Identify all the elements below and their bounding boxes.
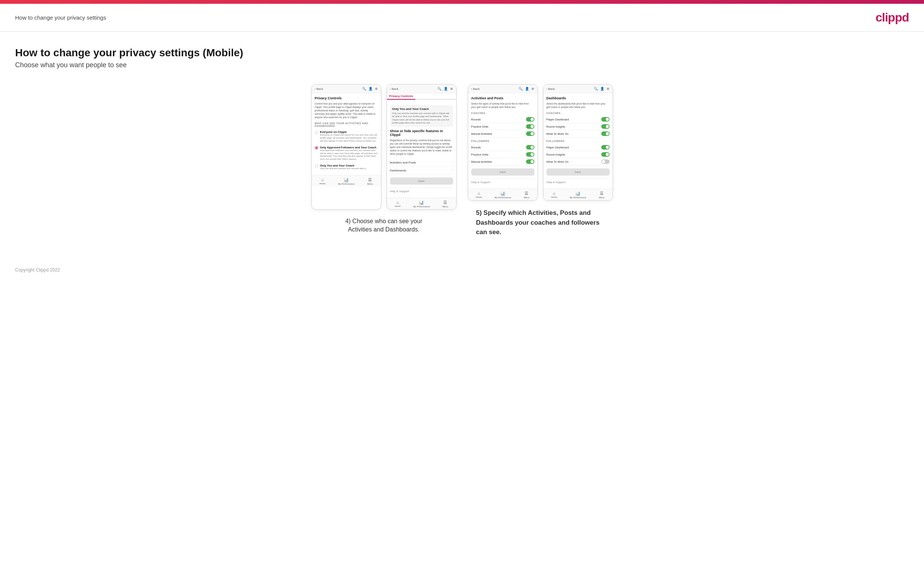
phone-nav-bar-4: ‹ Back 🔍 👤 ⊕ xyxy=(543,85,612,93)
home-icon-4: ⌂ xyxy=(553,191,556,196)
footer-home-label: Home xyxy=(319,182,325,185)
dashboards-desc: Select the dashboards that you'd like to… xyxy=(546,102,610,109)
footer-home-2[interactable]: ⌂ Home xyxy=(394,200,401,208)
screenshots-row: ‹ Back 🔍 👤 ⊕ Privacy Controls Control ho… xyxy=(15,84,909,237)
screenshot-group-2: ‹ Back 🔍 👤 ⊕ Activities and Posts Select… xyxy=(468,84,613,237)
nav-icons-4: 🔍 👤 ⊕ xyxy=(594,87,610,90)
coaches-label-2: COACHES xyxy=(546,112,610,114)
more-icon-3[interactable]: ⊕ xyxy=(531,87,535,90)
person-icon-2[interactable]: 👤 xyxy=(444,87,448,90)
followers-round-insights-label: Round Insights xyxy=(546,153,565,156)
footer-menu-label-3: Menu xyxy=(524,197,530,198)
footer-performance-2[interactable]: 📊 My Performance xyxy=(413,200,430,208)
phone-nav-bar-2: ‹ Back 🔍 👤 ⊕ xyxy=(387,85,456,93)
radio-approved[interactable] xyxy=(315,146,318,150)
caption-1: 4) Choose who can see your Activities an… xyxy=(339,217,429,234)
radio-everyone[interactable] xyxy=(315,131,318,134)
coaches-round-insights-row: Round Insights xyxy=(546,123,610,130)
show-hide-title: Show or hide specific features in Clippd xyxy=(390,129,453,137)
menu-icon-2: ☰ xyxy=(443,200,447,205)
search-icon-2[interactable]: 🔍 xyxy=(437,87,441,90)
dashboards-link[interactable]: Dashboards › xyxy=(390,166,453,174)
search-icon-3[interactable]: 🔍 xyxy=(519,87,523,90)
radio-row-approved[interactable]: Only Approved Followers and Your Coach O… xyxy=(315,144,378,162)
radio-row-only-you[interactable]: Only You and Your Coach Only you and the… xyxy=(315,162,378,172)
search-icon[interactable]: 🔍 xyxy=(362,87,366,90)
tab-privacy-controls[interactable]: Privacy Controls xyxy=(387,93,416,100)
back-button-4[interactable]: ‹ Back xyxy=(546,87,555,90)
person-icon[interactable]: 👤 xyxy=(368,87,373,90)
phone-footer-3: ⌂ Home 📊 My Performance ☰ Menu xyxy=(468,189,537,200)
footer-performance-label-2: My Performance xyxy=(413,205,430,208)
help-support-3: Help & Support xyxy=(471,179,535,185)
clippd-logo: clippd xyxy=(876,11,909,24)
footer-home-label-2: Home xyxy=(394,205,401,207)
more-icon-4[interactable]: ⊕ xyxy=(607,87,610,90)
phone-activities-posts: ‹ Back 🔍 👤 ⊕ Activities and Posts Select… xyxy=(468,84,538,200)
footer-menu[interactable]: ☰ Menu xyxy=(367,177,373,185)
top-bar xyxy=(0,0,924,4)
section-title: Privacy Controls xyxy=(315,96,378,100)
phone-footer-4: ⌂ Home 📊 My Performance ☰ Menu xyxy=(543,189,612,200)
coaches-rounds-toggle[interactable] xyxy=(526,117,535,122)
footer-performance-3[interactable]: 📊 My Performance xyxy=(494,191,511,198)
footer-menu-label-2: Menu xyxy=(443,205,448,208)
home-icon-3: ⌂ xyxy=(478,191,480,196)
coaches-round-insights-toggle[interactable] xyxy=(601,124,610,129)
home-icon-2: ⌂ xyxy=(396,200,399,205)
option-text: Only you and the coaches you connect wit… xyxy=(392,112,451,125)
person-icon-4[interactable]: 👤 xyxy=(600,87,604,90)
footer-home-label-4: Home xyxy=(551,196,557,198)
phones-pair-1: ‹ Back 🔍 👤 ⊕ Privacy Controls Control ho… xyxy=(312,84,457,210)
activities-posts-link[interactable]: Activities and Posts › xyxy=(390,159,453,166)
save-button-3[interactable]: Save xyxy=(471,168,535,176)
followers-label-2: FOLLOWERS xyxy=(546,140,610,142)
coaches-drills-toggle[interactable] xyxy=(526,124,535,129)
footer-performance-label-4: My Performance xyxy=(570,197,586,198)
followers-manual-row: Manual Activities xyxy=(471,158,535,165)
footer-menu-4[interactable]: ☰ Menu xyxy=(599,191,605,198)
more-icon[interactable]: ⊕ xyxy=(375,87,378,90)
header-title: How to change your privacy settings xyxy=(15,15,106,21)
followers-rounds-toggle[interactable] xyxy=(526,145,535,150)
menu-icon-4: ☰ xyxy=(600,191,604,196)
radio-only-you[interactable] xyxy=(315,164,318,168)
back-button-2[interactable]: ‹ Back xyxy=(390,87,399,90)
more-icon-2[interactable]: ⊕ xyxy=(450,87,453,90)
footer-menu-3[interactable]: ☰ Menu xyxy=(524,191,530,198)
coaches-manual-toggle[interactable] xyxy=(526,131,535,136)
footer-home-3[interactable]: ⌂ Home xyxy=(476,191,482,198)
chart-icon-4: 📊 xyxy=(575,191,580,196)
phone-dashboards: ‹ Back 🔍 👤 ⊕ Dashboards Select the dashb… xyxy=(543,84,613,200)
coaches-what-to-work-toggle[interactable] xyxy=(601,131,610,136)
phone-footer-2: ⌂ Home 📊 My Performance ☰ Menu xyxy=(387,198,456,209)
followers-manual-toggle[interactable] xyxy=(526,160,535,164)
footer-home-4[interactable]: ⌂ Home xyxy=(551,191,557,198)
person-icon-3[interactable]: 👤 xyxy=(525,87,529,90)
search-icon-4[interactable]: 🔍 xyxy=(594,87,598,90)
dashboards-label: Dashboards xyxy=(390,169,406,172)
footer-performance-4[interactable]: 📊 My Performance xyxy=(570,191,586,198)
page-subheading: Choose what you want people to see xyxy=(15,61,909,69)
save-button-4[interactable]: Save xyxy=(546,168,610,176)
phone-footer: ⌂ Home 📊 My Performance ☰ Menu xyxy=(312,175,381,187)
coaches-label: COACHES xyxy=(471,112,535,114)
followers-what-to-work-toggle[interactable] xyxy=(601,160,610,164)
back-button-3[interactable]: ‹ Back xyxy=(471,87,480,90)
copyright: Copyright Clippd 2022 xyxy=(0,260,924,280)
radio-label-approved: Only Approved Followers and Your Coach xyxy=(320,146,378,149)
followers-player-dashboard-toggle[interactable] xyxy=(601,145,610,150)
footer-menu-2[interactable]: ☰ Menu xyxy=(443,200,448,208)
radio-row-everyone[interactable]: Everyone on Clippd Everyone on Clippd ca… xyxy=(315,129,378,144)
followers-drills-label: Practice Drills xyxy=(471,153,489,156)
footer-home[interactable]: ⌂ Home xyxy=(319,177,325,185)
radio-sublabel-only-you: Only you and the coaches you connect wit… xyxy=(320,167,366,170)
followers-drills-toggle[interactable] xyxy=(526,152,535,157)
back-button[interactable]: ‹ Back xyxy=(315,87,323,90)
followers-round-insights-toggle[interactable] xyxy=(601,152,610,157)
save-button[interactable]: Save xyxy=(390,177,453,185)
footer-performance[interactable]: 📊 My Performance xyxy=(338,177,354,185)
followers-rounds-label: Rounds xyxy=(471,146,481,149)
coaches-player-dashboard-toggle[interactable] xyxy=(601,117,610,122)
option-box: Only You and Your Coach Only you and the… xyxy=(390,105,453,127)
